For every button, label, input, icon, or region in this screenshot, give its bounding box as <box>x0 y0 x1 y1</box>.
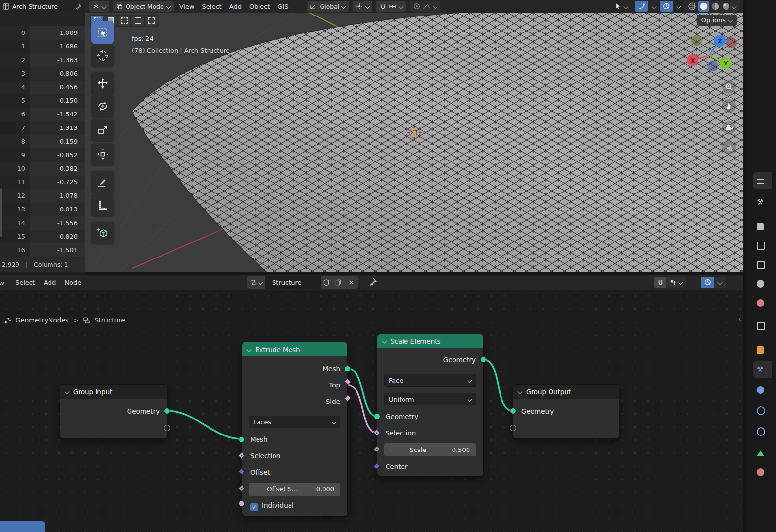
menu-add[interactable]: Add <box>227 3 243 10</box>
table-row[interactable]: 80.159 <box>0 135 85 148</box>
node-header[interactable]: Group Input <box>60 385 167 399</box>
overlays-dropdown[interactable] <box>714 277 726 288</box>
gizmo-axis-x[interactable]: X <box>687 54 698 66</box>
tool-measure[interactable] <box>91 194 114 216</box>
material-tab[interactable] <box>753 464 772 481</box>
output-tab[interactable] <box>753 237 772 254</box>
show-gizmo-toggle[interactable] <box>635 1 648 12</box>
editor-type-dropdown[interactable] <box>89 1 109 12</box>
unlink-close-icon[interactable]: × <box>344 276 358 289</box>
constraints-tab[interactable] <box>753 423 772 440</box>
socket-scale-input[interactable] <box>373 446 380 452</box>
shading-wireframe-button[interactable] <box>688 2 696 11</box>
tool-rotate[interactable] <box>91 95 114 117</box>
overlays-dropdown-chevron[interactable] <box>677 4 681 9</box>
gizmo-axis-z[interactable]: Z <box>714 35 726 47</box>
pivot-point-dropdown[interactable] <box>353 1 372 12</box>
shading-solid-button[interactable] <box>698 1 709 12</box>
new-copy-button[interactable] <box>332 276 344 289</box>
table-row[interactable]: 0-1.009 <box>0 26 85 40</box>
table-row[interactable]: 10-0.382 <box>0 162 85 176</box>
node-header[interactable]: Group Output <box>513 385 619 399</box>
table-row[interactable]: 14-1.556 <box>0 216 85 230</box>
node-group-input[interactable]: Group Input Geometry <box>60 384 167 439</box>
menu-node[interactable]: Node <box>63 279 83 286</box>
spreadsheet-scrollbar[interactable] <box>0 188 2 237</box>
tool-add-cube[interactable] <box>91 222 114 244</box>
node-group-output[interactable]: Group Output Geometry <box>513 384 619 439</box>
tool-cursor[interactable] <box>91 45 114 67</box>
camera-view-button[interactable] <box>722 121 736 135</box>
tool-move[interactable] <box>91 72 114 95</box>
particles-tab[interactable] <box>753 382 772 398</box>
shading-rendered-button[interactable] <box>722 2 730 11</box>
tool-select-box[interactable] <box>91 21 114 44</box>
node-header[interactable]: Scale Elements <box>377 334 483 348</box>
socket-geometry-output[interactable] <box>164 408 170 414</box>
select-subtract-button[interactable] <box>118 16 130 26</box>
table-row[interactable]: 71.313 <box>0 121 85 135</box>
table-row[interactable]: 121.078 <box>0 189 85 203</box>
select-difference-button[interactable] <box>131 16 144 26</box>
socket-mesh-output[interactable] <box>344 366 351 372</box>
world-tab[interactable] <box>753 295 772 311</box>
node-canvas[interactable]: GeometryNodes > Structure Group Input Ge… <box>0 290 743 532</box>
select-visibility-dropdown[interactable] <box>612 1 631 12</box>
object-data-tab[interactable] <box>753 445 772 461</box>
pin-icon[interactable] <box>75 3 81 10</box>
gizmo-dropdown-chevron[interactable] <box>652 4 657 9</box>
table-row[interactable]: 16-1.501 <box>0 243 85 257</box>
transform-orientation-dropdown[interactable]: Global <box>307 1 349 12</box>
menu-select[interactable]: Select <box>14 279 37 286</box>
gizmo-axis-x-neg[interactable] <box>727 38 737 48</box>
table-row[interactable]: 15-0.820 <box>0 230 85 243</box>
node-tree-name-field[interactable]: Structure <box>265 276 321 289</box>
fake-user-shield-button[interactable] <box>321 276 332 289</box>
table-row[interactable]: 13-0.013 <box>0 203 85 216</box>
gizmo-axis-z-neg[interactable] <box>708 61 718 71</box>
scale-slider[interactable]: Scale 0.500 <box>384 443 476 456</box>
table-row[interactable]: 9-0.852 <box>0 148 85 162</box>
tool-tab[interactable]: ⚒ <box>753 194 772 210</box>
menu-view[interactable]: View <box>0 279 6 287</box>
breadcrumb-root[interactable]: GeometryNodes <box>16 316 69 324</box>
node-header[interactable]: Extrude Mesh <box>242 342 347 356</box>
render-tab[interactable] <box>753 218 772 235</box>
menu-view[interactable]: View <box>178 3 196 10</box>
view-layer-tab[interactable] <box>753 257 772 273</box>
modifiers-tab[interactable]: ⚒ <box>753 361 772 378</box>
navigation-gizmo[interactable]: Z X Y <box>679 30 740 81</box>
socket-virtual[interactable] <box>510 425 516 431</box>
menu-add[interactable]: Add <box>42 279 58 286</box>
table-row[interactable]: 30.806 <box>0 67 85 81</box>
collection-tab[interactable] <box>753 318 772 334</box>
node-scale-elements[interactable]: Scale Elements Geometry Face Uniform Geo… <box>377 334 484 476</box>
individual-checkbox[interactable]: ✓ <box>250 503 258 511</box>
options-button[interactable]: Options <box>697 15 737 26</box>
table-row[interactable]: 11-0.725 <box>0 176 85 189</box>
snap-toggle-button[interactable] <box>654 277 666 288</box>
physics-tab[interactable] <box>753 403 772 419</box>
menu-select[interactable]: Select <box>200 3 224 10</box>
table-row[interactable]: 40.456 <box>0 81 85 94</box>
mode-dropdown[interactable]: Object Mode <box>113 1 174 12</box>
mode-dropdown[interactable]: Faces <box>249 416 340 428</box>
zoom-view-button[interactable] <box>722 80 736 94</box>
toggle-perspective-button[interactable] <box>722 141 736 154</box>
tool-transform[interactable] <box>91 143 114 165</box>
pin-icon[interactable] <box>370 278 377 286</box>
table-row[interactable]: 11.686 <box>0 40 85 53</box>
socket-geometry-input[interactable] <box>374 413 380 419</box>
socket-geometry-output[interactable] <box>480 356 486 363</box>
show-overlays-toggle[interactable] <box>660 1 673 12</box>
show-overlays-toggle[interactable] <box>701 277 714 288</box>
socket-mesh-input[interactable] <box>239 436 245 443</box>
properties-filter-tab[interactable] <box>753 172 772 189</box>
gizmo-axis-y[interactable]: Y <box>720 57 731 69</box>
tool-scale[interactable] <box>91 119 114 141</box>
gizmo-axis-y-neg[interactable] <box>692 36 702 46</box>
object-tab[interactable] <box>753 341 772 358</box>
shading-material-button[interactable] <box>711 2 720 11</box>
spreadsheet-editor-icon[interactable] <box>3 3 9 10</box>
pan-view-button[interactable] <box>722 99 736 113</box>
